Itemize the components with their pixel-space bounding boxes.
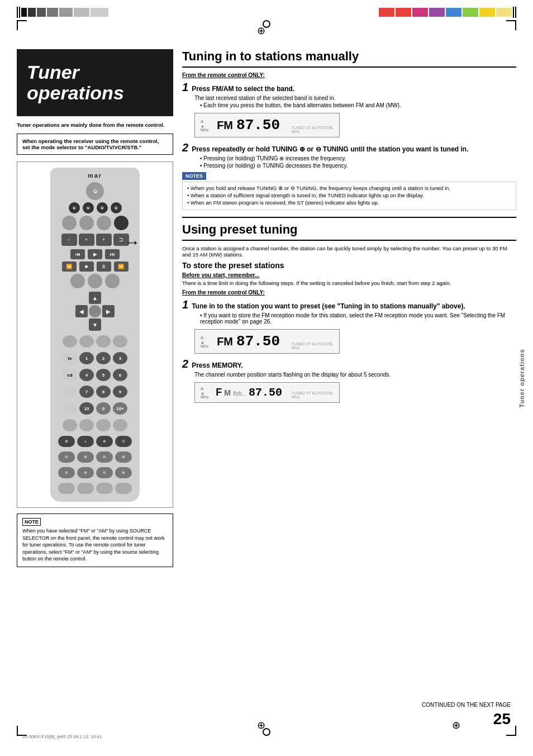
n-tv[interactable]: tv [63,352,77,364]
ng6-3[interactable] [96,419,111,431]
n-7[interactable]: 7 [79,386,94,398]
num-empty-3[interactable] [96,335,111,348]
mute-btn[interactable]: + [96,234,112,246]
num-empty-1[interactable] [63,335,77,348]
bottom-crosshair: ⊕ [257,719,265,731]
oval-10[interactable]: ⊕ [77,467,94,478]
num-empty-4[interactable] [113,335,127,348]
rnd-btn-4[interactable] [114,216,129,230]
n-1[interactable]: 1 [79,352,94,364]
round-2-2[interactable] [88,274,102,288]
display-left-info: A ▲ MHz [201,119,208,132]
preset-display2-freq: 87.50 [249,386,282,399]
nav-empty-bl [75,318,88,331]
num-grid-1 [63,335,127,348]
n-6[interactable]: 6 [113,369,127,381]
src-btn-3[interactable]: ⏻ [97,202,108,213]
rew-btn[interactable]: ⏪ [62,261,77,272]
section-divider [182,217,516,218]
oval-1[interactable]: ⊕ [58,436,75,447]
oval-3[interactable]: ⊕ [96,436,113,447]
nav-center[interactable] [89,305,101,317]
n-8[interactable]: 8 [96,386,111,398]
tuning-manual-from-label: From the remote control ONLY: [182,72,516,78]
pause-btn[interactable]: ⏸ [97,261,111,272]
preset-from-label: From the remote control ONLY: [182,289,516,296]
num-empty-2[interactable] [79,335,94,348]
nav-up[interactable]: ▲ [89,292,101,304]
stop-btn[interactable]: ■ [79,261,94,272]
n-3[interactable]: 3 [113,352,127,364]
vol-up-btn[interactable]: + [79,234,94,246]
n-9[interactable]: 9 [113,386,127,398]
ng6-2[interactable] [79,419,94,431]
oval-15[interactable] [96,483,113,494]
nav-down[interactable]: ▼ [89,318,101,331]
rnd-btn-3[interactable] [97,216,111,230]
oval-6[interactable]: ⊕ [77,451,94,463]
step1-manual-bullet: • Each time you press the button, the ba… [200,102,516,108]
power-btn[interactable]: ⏻ [86,182,104,200]
src-btn-2[interactable]: ⏻ [83,202,94,213]
n-4[interactable]: 4 [79,369,94,381]
oval-8[interactable]: ⊕ [115,451,132,463]
ff-btn[interactable]: ⏩ [114,261,129,272]
round-btn-row [62,216,129,230]
oval-5[interactable]: ⊖ [58,451,75,463]
nav-empty-tl [75,292,88,304]
src-btn-4[interactable]: ⏻ [111,202,122,213]
nav-left[interactable]: ◀ [75,305,88,317]
preset-display1-freq: 87.50 [236,333,280,350]
left-column: Tuner operations Tuner operations are ma… [17,49,173,567]
oval-9[interactable]: ⊖ [58,467,75,478]
rnd-btn-1[interactable] [62,216,77,230]
remote-brand: mar [88,172,102,179]
display-box-1: A ▲ MHz FM 87.50 TUNED ST AUTO/STBL MHz [194,113,340,137]
n-10[interactable]: 10 [79,402,94,415]
oval-row-3: ⊖ ⊕ ⊖ ⊕ [58,467,132,478]
oval-2[interactable]: + [77,436,94,447]
n-empty[interactable] [63,386,77,398]
info-box-text: When operating the receiver using the re… [22,138,159,150]
n-5[interactable]: 5 [96,369,111,381]
remote-diagram: mar ⏻ ⏻ ⏻ ⏻ ⏻ [17,161,173,508]
step1-manual-num: 1 [182,82,188,93]
n-2[interactable]: 2 [96,352,111,364]
oval-4[interactable]: ① [115,436,132,447]
oval-12[interactable]: ⊕ [115,467,132,478]
n-10p[interactable]: 10+ [113,402,127,415]
oval-16[interactable] [115,483,132,494]
subtitle: Tuner operations are mainly done from th… [17,122,173,128]
n-cd[interactable]: cd [63,369,77,381]
note-1: • When you hold and release TUNING ⊕ or … [187,185,511,191]
n-empty2[interactable] [63,402,77,415]
ng6-4[interactable] [113,419,127,431]
step2-manual-body: • Pressing (or holding) TUNING ⊕ increas… [194,155,516,169]
oval-row-1: ⊕ + ⊕ ① [58,436,132,447]
preset-display-left: A ▲ MHz [201,335,208,348]
oval-14[interactable] [77,483,94,494]
oval-11[interactable]: ⊖ [96,467,113,478]
next-btn[interactable]: ⏭ [105,249,120,259]
preset-band-freq-1: FM 87.50 [217,333,280,350]
rnd-btn-2[interactable] [79,216,94,230]
page-number-area: CONTINUED ON THE NEXT PAGE 25 [422,702,511,728]
oval-7[interactable]: ⊖ [96,451,113,463]
arrow-icon: → [125,234,140,251]
num-grid-2: tv 1 2 3 [63,352,127,364]
round-2-3[interactable] [105,274,120,288]
notes-section: NOTES • When you hold and release TUNING… [182,172,516,210]
preset-display2-channel: flsh... [233,391,246,397]
nav-right[interactable]: ▶ [102,305,115,317]
play-btn[interactable]: ▶ [88,249,102,259]
num-grid-5: 10 0 10+ [63,402,127,415]
nav-empty-tr [102,292,115,304]
preset-step2-text: The channel number position starts flash… [194,372,516,378]
src-btn-1[interactable]: ⏻ [69,202,80,213]
n-0[interactable]: 0 [96,402,111,415]
prev-btn[interactable]: ⏮ [70,249,85,259]
ng6-1[interactable] [63,419,77,431]
oval-13[interactable] [58,483,75,494]
vol-down-btn[interactable]: − [61,234,77,246]
round-2-1[interactable] [70,274,85,288]
